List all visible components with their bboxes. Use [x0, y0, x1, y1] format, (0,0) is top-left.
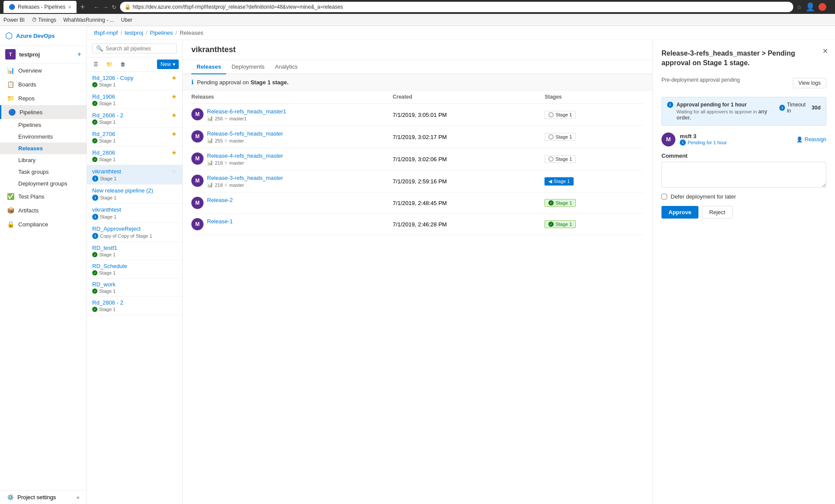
sidebar-item-repos[interactable]: 📁 Repos [0, 91, 87, 105]
pipeline-item-name: vikranthtest ☆ [92, 168, 177, 175]
pipeline-item[interactable]: Rd_2806 - 2 ✓ Stage 1 [87, 297, 182, 315]
search-box[interactable]: 🔍 [92, 43, 177, 53]
tab-releases[interactable]: Releases [191, 60, 226, 74]
release-avatar: M [191, 130, 204, 143]
stage-success-icon: ✓ [548, 200, 554, 206]
sidebar-sub-pipelines-label: Pipelines [18, 122, 41, 128]
defer-checkbox-input[interactable] [661, 194, 667, 199]
sidebar-item-boards[interactable]: 📋 Boards [0, 77, 87, 91]
breadcrumb-project[interactable]: testproj [125, 30, 144, 36]
breadcrumb-org[interactable]: tfspf-rmpf [94, 30, 118, 36]
nav-back-btn[interactable]: ← [94, 4, 99, 10]
profile-icon[interactable] [818, 3, 826, 11]
bookmark-timings[interactable]: ⏱ Timings [32, 17, 57, 23]
bookmark-whatwasrunning[interactable]: WhatWasRunning - ... [63, 17, 114, 23]
pipeline-item[interactable]: RD_work ✓ Stage 1 [87, 279, 182, 297]
release-link[interactable]: Release-3-refs_heads_master [207, 175, 283, 181]
pipeline-item[interactable]: Rd_1206 - Copy ★ ✓ Stage 1 [87, 72, 182, 90]
stage-badge[interactable]: Stage 1 [544, 155, 576, 163]
pipeline-item-active[interactable]: vikranthtest ☆ i Stage 1 [87, 165, 182, 185]
project-settings-link[interactable]: ⚙️ Project settings [7, 494, 56, 501]
release-meta: 📊 218 ⑂ master [207, 182, 283, 188]
approve-btn[interactable]: Approve [661, 206, 698, 219]
release-link[interactable]: Release-6-refs_heads_master1 [207, 108, 286, 115]
table-row: M Release-3-refs_heads_master 📊 218 ⑂ ma… [191, 170, 644, 192]
address-bar[interactable]: 🔒 https://dev.azure.com/tfspf-rmpf/testp… [120, 2, 793, 12]
release-link[interactable]: Release-4-refs_heads_master [207, 153, 283, 159]
release-link[interactable]: Release-5-refs_heads_master [207, 130, 283, 137]
stage-badge-success[interactable]: ✓ Stage 1 [544, 220, 576, 228]
table-row: M Release-6-refs_heads_master1 📊 256 ⑂ m… [191, 104, 644, 126]
new-tab-btn[interactable]: + [77, 3, 88, 12]
nav-refresh-btn[interactable]: ↻ [112, 4, 117, 10]
release-avatar: M [191, 108, 204, 120]
close-panel-btn[interactable]: ✕ [822, 47, 828, 55]
breadcrumb-section[interactable]: Pipelines [150, 30, 173, 36]
tab-analytics[interactable]: Analytics [270, 60, 303, 74]
approval-banner-text: Pending approval on Stage 1 stage. [197, 79, 288, 86]
pipeline-item[interactable]: RD_ApproveReject i Copy of Copy of Stage… [87, 223, 182, 242]
sidebar-item-pipelines[interactable]: 🔵 Pipelines [0, 105, 87, 119]
reassign-btn[interactable]: 👤 Reassign [796, 136, 826, 143]
comment-textarea[interactable] [661, 162, 826, 188]
search-icon: 🔍 [96, 45, 103, 52]
pipeline-item-name: RD_ApproveReject [92, 225, 177, 232]
sidebar-sub-releases[interactable]: Releases [0, 143, 87, 154]
pipeline-item[interactable]: Rd_2606 - 2 ★ ✓ Stage 1 [87, 109, 182, 128]
sidebar-sub-deployment-groups[interactable]: Deployment groups [0, 178, 87, 189]
sidebar-sub-task-groups[interactable]: Task groups [0, 166, 87, 178]
sidebar-sub-environments[interactable]: Environments [0, 131, 87, 143]
delete-btn[interactable]: 🗑 [117, 59, 129, 70]
release-created: 7/1/2019, 3:02:06 PM [393, 156, 541, 162]
pipeline-item[interactable]: RD_testf1 ✓ Stage 1 [87, 242, 182, 260]
folder-view-btn[interactable]: 📁 [103, 59, 116, 70]
pipeline-item[interactable]: vikranthtest i Stage 1 [87, 204, 182, 223]
pipeline-item[interactable]: RD_Schedule ✓ Stage 1 [87, 260, 182, 279]
approval-panel-subtitle: Pre-deployment approval pending [661, 77, 740, 83]
project-name: testproj [19, 51, 40, 58]
release-link[interactable]: Release-2 [207, 197, 233, 203]
view-logs-btn[interactable]: View logs [793, 78, 826, 88]
stage-badge[interactable]: Stage 1 [544, 111, 576, 119]
build-icon: 📊 [207, 116, 213, 121]
sidebar-sub-library[interactable]: Library [0, 154, 87, 166]
stage-badge[interactable]: Stage 1 [544, 133, 576, 141]
bookmark-powerbi[interactable]: Power BI [3, 17, 25, 23]
list-view-btn[interactable]: ☰ [90, 59, 101, 70]
active-tab[interactable]: 🔵 Releases - Pipelines ✕ [3, 1, 77, 13]
release-link[interactable]: Release-1 [207, 218, 233, 225]
sidebar: ⬡ Azure DevOps T testproj + 📊 Overview 📋… [0, 26, 87, 504]
pipeline-item[interactable]: Rd_2806 ★ ✓ Stage 1 [87, 146, 182, 165]
search-input[interactable] [106, 46, 173, 52]
star-btn[interactable]: ☆ [797, 4, 802, 10]
collapse-sidebar-btn[interactable]: « [77, 494, 80, 501]
release-name-cell: M Release-1 [191, 218, 389, 230]
add-project-btn[interactable]: + [77, 50, 81, 58]
pipelines-icon: 🔵 [8, 109, 15, 116]
bookmark-uber[interactable]: Uber [121, 17, 132, 23]
incognito-icon: 👤 [805, 2, 815, 12]
pipeline-item[interactable]: Rd_1906 ★ ✓ Stage 1 [87, 90, 182, 109]
breadcrumb-sep-1: / [120, 30, 122, 36]
main-content: tfspf-rmpf / testproj / Pipelines / Rele… [87, 26, 835, 504]
stage-badge-success[interactable]: ✓ Stage 1 [544, 199, 576, 207]
sidebar-item-test-plans[interactable]: ✅ Test Plans [0, 189, 87, 203]
star-icon: ★ [171, 112, 177, 119]
defer-checkbox[interactable]: Defer deployment for later [661, 193, 826, 200]
nav-forward-btn[interactable]: → [103, 4, 108, 10]
stage-badge-active[interactable]: ◀ Stage 1 [544, 177, 574, 186]
sidebar-item-artifacts[interactable]: 📦 Artifacts [0, 203, 87, 217]
tab-close-btn[interactable]: ✕ [68, 5, 71, 10]
pipeline-item[interactable]: New release pipeline (2) i Stage 1 [87, 185, 182, 204]
stage-info-icon: i [92, 233, 98, 239]
new-pipeline-btn[interactable]: New ▾ [157, 60, 179, 69]
release-stage: Stage 1 [544, 133, 644, 141]
sidebar-item-compliance[interactable]: 🔒 Compliance [0, 217, 87, 231]
release-detail-title: vikranthtest [183, 40, 652, 60]
tab-deployments[interactable]: Deployments [226, 60, 270, 74]
sidebar-sub-pipelines[interactable]: Pipelines [0, 119, 87, 131]
stage-status-icon: ✓ [92, 119, 97, 125]
pipeline-item[interactable]: Rd_2706 ★ ✓ Stage 1 [87, 128, 182, 146]
sidebar-item-overview[interactable]: 📊 Overview [0, 63, 87, 77]
reject-btn[interactable]: Reject [702, 206, 733, 219]
